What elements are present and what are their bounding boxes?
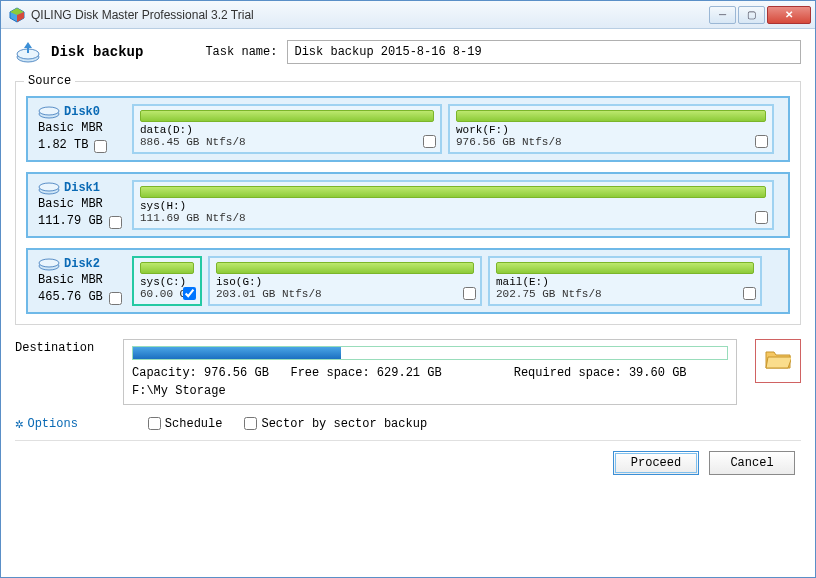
- partitions: data(D:)886.45 GB Ntfs/8work(F:)976.56 G…: [132, 104, 782, 154]
- partition-checkbox[interactable]: [755, 211, 768, 224]
- disk-name: Disk1: [64, 181, 100, 195]
- window-buttons: ─ ▢ ✕: [709, 6, 811, 24]
- svg-point-6: [39, 107, 59, 115]
- disk-info: Disk1Basic MBR111.79 GB: [34, 180, 126, 230]
- partition-usage-bar: [456, 110, 766, 122]
- partitions: sys(H:)111.69 GB Ntfs/8: [132, 180, 782, 230]
- svg-point-10: [39, 259, 59, 267]
- partition-checkbox[interactable]: [743, 287, 756, 300]
- partition-checkbox[interactable]: [183, 287, 196, 300]
- disk-backup-icon: [15, 39, 41, 65]
- partitions: sys(C:)60.00 GBiso(G:)203.01 GB Ntfs/8ma…: [132, 256, 782, 306]
- disk-size: 465.76 GB: [38, 289, 103, 305]
- hdd-icon: [38, 181, 60, 195]
- disk-row: Disk1Basic MBR111.79 GBsys(H:)111.69 GB …: [26, 172, 790, 238]
- disk-type: Basic MBR: [38, 120, 122, 136]
- partition-detail: 111.69 GB Ntfs/8: [140, 212, 766, 224]
- cancel-button[interactable]: Cancel: [709, 451, 795, 475]
- partition-checkbox[interactable]: [463, 287, 476, 300]
- disk-type: Basic MBR: [38, 196, 122, 212]
- disk-type: Basic MBR: [38, 272, 122, 288]
- disk-info: Disk2Basic MBR465.76 GB: [34, 256, 126, 306]
- folder-icon: [765, 349, 791, 373]
- partition-detail: 976.56 GB Ntfs/8: [456, 136, 766, 148]
- browse-destination-button[interactable]: [755, 339, 801, 383]
- page-title: Disk backup: [51, 44, 143, 60]
- partition-name: sys(H:): [140, 200, 766, 212]
- app-window: QILING Disk Master Professional 3.2 Tria…: [0, 0, 816, 578]
- schedule-checkbox[interactable]: Schedule: [148, 417, 223, 431]
- partition[interactable]: work(F:)976.56 GB Ntfs/8: [448, 104, 774, 154]
- proceed-button[interactable]: Proceed: [613, 451, 699, 475]
- source-group: Source Disk0Basic MBR1.82 TBdata(D:)886.…: [15, 81, 801, 325]
- options-row: ✲ Options Schedule Sector by sector back…: [15, 415, 801, 432]
- destination-path: F:\My Storage: [132, 382, 728, 400]
- disk-name: Disk2: [64, 257, 100, 271]
- partition-usage-bar: [216, 262, 474, 274]
- disk-info: Disk0Basic MBR1.82 TB: [34, 104, 126, 154]
- source-label: Source: [24, 74, 75, 88]
- disk-checkbox[interactable]: [109, 216, 122, 229]
- destination-panel: Capacity: 976.56 GB Free space: 629.21 G…: [123, 339, 737, 405]
- separator: [15, 440, 801, 441]
- partition-detail: 202.75 GB Ntfs/8: [496, 288, 754, 300]
- disk-size: 1.82 TB: [38, 137, 88, 153]
- titlebar: QILING Disk Master Professional 3.2 Tria…: [1, 1, 815, 29]
- sector-checkbox[interactable]: Sector by sector backup: [244, 417, 427, 431]
- destination-row: Destination Capacity: 976.56 GB Free spa…: [15, 339, 801, 405]
- footer-buttons: Proceed Cancel: [15, 451, 801, 475]
- partition[interactable]: iso(G:)203.01 GB Ntfs/8: [208, 256, 482, 306]
- disk-row: Disk2Basic MBR465.76 GBsys(C:)60.00 GBis…: [26, 248, 790, 314]
- destination-stats: Capacity: 976.56 GB Free space: 629.21 G…: [132, 364, 728, 382]
- gear-icon: ✲: [15, 415, 23, 432]
- partition[interactable]: sys(C:)60.00 GB: [132, 256, 202, 306]
- options-link[interactable]: ✲ Options: [15, 415, 78, 432]
- app-icon: [9, 7, 25, 23]
- partition-usage-bar: [496, 262, 754, 274]
- disk-checkbox[interactable]: [94, 140, 107, 153]
- disk-name: Disk0: [64, 105, 100, 119]
- partition-checkbox[interactable]: [755, 135, 768, 148]
- partition[interactable]: data(D:)886.45 GB Ntfs/8: [132, 104, 442, 154]
- maximize-button[interactable]: ▢: [738, 6, 765, 24]
- partition-detail: 60.00 GB: [140, 288, 194, 300]
- hdd-icon: [38, 257, 60, 271]
- partition-name: mail(E:): [496, 276, 754, 288]
- partition[interactable]: sys(H:)111.69 GB Ntfs/8: [132, 180, 774, 230]
- partition-detail: 886.45 GB Ntfs/8: [140, 136, 434, 148]
- partition-name: data(D:): [140, 124, 434, 136]
- window-title: QILING Disk Master Professional 3.2 Tria…: [31, 8, 709, 22]
- partition-name: iso(G:): [216, 276, 474, 288]
- partition-name: work(F:): [456, 124, 766, 136]
- partition-usage-bar: [140, 186, 766, 198]
- taskname-label: Task name:: [205, 45, 277, 59]
- disk-size: 111.79 GB: [38, 213, 103, 229]
- content-area: Disk backup Task name: Source Disk0Basic…: [1, 29, 815, 481]
- partition-usage-bar: [140, 262, 194, 274]
- minimize-button[interactable]: ─: [709, 6, 736, 24]
- header-row: Disk backup Task name:: [15, 39, 801, 65]
- partition-checkbox[interactable]: [423, 135, 436, 148]
- partition-detail: 203.01 GB Ntfs/8: [216, 288, 474, 300]
- hdd-icon: [38, 105, 60, 119]
- close-button[interactable]: ✕: [767, 6, 811, 24]
- taskname-input[interactable]: [287, 40, 801, 64]
- disk-row: Disk0Basic MBR1.82 TBdata(D:)886.45 GB N…: [26, 96, 790, 162]
- partition[interactable]: mail(E:)202.75 GB Ntfs/8: [488, 256, 762, 306]
- destination-usage-bar: [132, 346, 728, 360]
- destination-label: Destination: [15, 339, 105, 355]
- disk-checkbox[interactable]: [109, 292, 122, 305]
- svg-point-8: [39, 183, 59, 191]
- partition-usage-bar: [140, 110, 434, 122]
